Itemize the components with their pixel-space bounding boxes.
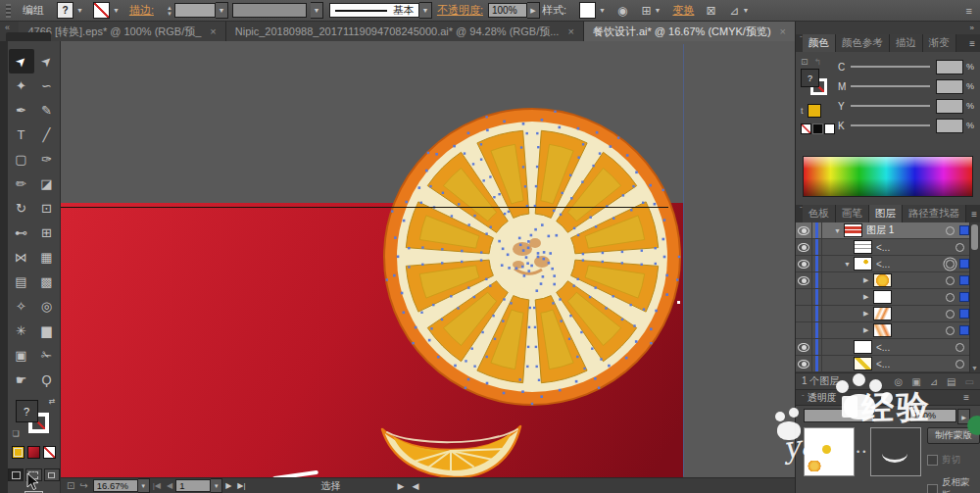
visibility-cell[interactable]: [796, 272, 812, 288]
align-icon[interactable]: ⊞▼: [641, 4, 661, 18]
transparency-menu-icon[interactable]: ≡: [958, 392, 974, 403]
rotate-tool[interactable]: ↻: [9, 196, 34, 221]
channel-slider[interactable]: [851, 66, 930, 68]
expander-icon[interactable]: ▼: [834, 227, 844, 234]
delete-layer-icon[interactable]: ▭: [965, 376, 974, 387]
layer-row-1[interactable]: ▼图层 1: [796, 222, 980, 239]
layer-row-5[interactable]: ▶: [796, 289, 980, 306]
last-artboard-icon[interactable]: ▶|: [237, 481, 245, 490]
stroke-color-control[interactable]: ▼: [93, 2, 120, 19]
layer-thumbnail[interactable]: [873, 323, 892, 337]
transparency-opacity-field[interactable]: 100%: [909, 409, 956, 422]
layers-scrollbar[interactable]: ▼: [969, 222, 980, 372]
layer-label[interactable]: 图层 1: [866, 223, 946, 237]
target-icon[interactable]: [956, 360, 964, 369]
style-control[interactable]: ▼: [579, 2, 606, 19]
fill-indicator[interactable]: ?: [16, 400, 38, 422]
zoom-tool[interactable]: Ϙ: [34, 368, 60, 392]
object-thumbnail[interactable]: [804, 427, 855, 476]
layer-thumbnail[interactable]: [873, 290, 892, 304]
prev-artboard-icon[interactable]: ◀: [167, 481, 172, 490]
visibility-cell[interactable]: [796, 306, 812, 321]
direct-selection-tool[interactable]: ➤: [34, 49, 60, 74]
panel-fill-unknown[interactable]: ?: [801, 69, 819, 87]
layer-thumbnail[interactable]: [844, 223, 862, 237]
black-swatch[interactable]: [812, 123, 823, 134]
close-icon[interactable]: ×: [780, 25, 786, 37]
locate-object-icon[interactable]: ◎: [895, 376, 904, 387]
recolor-artwork-icon[interactable]: ◉: [617, 4, 627, 18]
next-artboard-icon[interactable]: ▶: [225, 481, 231, 490]
layer-row-6[interactable]: ▶: [796, 306, 980, 322]
panel-collapse-icon[interactable]: ˇ: [802, 393, 805, 402]
perspective-grid-tool[interactable]: ⊞: [34, 221, 60, 245]
collapse-to-icons-icon[interactable]: »: [970, 24, 974, 32]
transform-link[interactable]: 变换: [672, 3, 694, 18]
panel-menu-icon[interactable]: ≡: [966, 205, 980, 222]
perspective-selection-tool[interactable]: ▦: [34, 245, 60, 270]
tab-渐变[interactable]: 渐变: [923, 34, 956, 52]
close-icon[interactable]: ×: [210, 25, 216, 37]
channel-value-field[interactable]: [936, 79, 963, 94]
layer-row-2[interactable]: <...: [796, 239, 980, 256]
stroke-width-dropdown[interactable]: ▼: [216, 2, 228, 19]
layer-label[interactable]: <...: [876, 359, 956, 370]
free-distort-icon[interactable]: ⊠: [706, 4, 715, 18]
shear-icon[interactable]: ⊿▼: [730, 4, 750, 18]
stroke-link[interactable]: 描边:: [129, 3, 154, 18]
selection-proxy[interactable]: [959, 309, 969, 319]
expander-icon[interactable]: ▶: [863, 293, 873, 301]
channel-value-field[interactable]: [936, 99, 963, 114]
selection-proxy[interactable]: [959, 292, 969, 302]
share-icon[interactable]: ↪: [79, 480, 87, 491]
artboard-number-field[interactable]: 1: [175, 479, 211, 492]
layer-thumbnail[interactable]: [854, 240, 872, 254]
horizontal-path-line[interactable]: [61, 207, 668, 208]
layer-row-3[interactable]: ▼<...: [796, 256, 980, 272]
canvas-area[interactable]: ⊡ ↪ 16.67% ▼ |◀ ◀ 1 ▼ ▶ ▶| 选择 ▶ ◀: [61, 41, 796, 493]
stroke-width-stepper[interactable]: ▲▼: [167, 5, 172, 17]
orange-wedge-artwork[interactable]: [377, 419, 524, 480]
shape-builder-tool[interactable]: ⋈: [9, 245, 34, 270]
blend-tool[interactable]: ◎: [34, 294, 60, 319]
tab-画笔[interactable]: 画笔: [836, 205, 869, 222]
curvature-tool[interactable]: ✎: [34, 98, 60, 123]
tab-图层[interactable]: 图层: [869, 205, 903, 222]
paintbrush-tool[interactable]: ✑: [34, 147, 60, 172]
layer-label[interactable]: <...: [876, 259, 946, 270]
fill-stroke-widget[interactable]: ? ⇄ ❏: [16, 400, 53, 437]
white-swatch[interactable]: [824, 123, 835, 134]
selection-proxy[interactable]: [959, 259, 969, 269]
channel-slider[interactable]: [851, 105, 930, 107]
layer-label[interactable]: <...: [876, 242, 956, 253]
make-mask-button[interactable]: 制作蒙版: [927, 427, 980, 444]
selection-proxy[interactable]: [959, 275, 969, 285]
expander-icon[interactable]: ▶: [863, 310, 873, 318]
symbol-sprayer-tool[interactable]: ✳: [9, 319, 34, 343]
scroll-right-icon[interactable]: ▶: [398, 481, 405, 491]
zoom-dropdown[interactable]: ▼: [138, 478, 150, 493]
document-tab-2[interactable]: Nipic_20180988_20171119094708245000.ai* …: [226, 22, 584, 41]
stroke-width-field[interactable]: [174, 3, 216, 18]
expander-icon[interactable]: ▼: [844, 261, 854, 268]
tab-颜色参考[interactable]: 颜色参考: [836, 34, 890, 52]
expander-icon[interactable]: ▶: [863, 326, 873, 334]
color-button[interactable]: [12, 446, 24, 459]
visibility-cell[interactable]: [796, 222, 812, 238]
tab-颜色[interactable]: 颜色: [803, 34, 836, 52]
panel-menu-icon[interactable]: ≡: [964, 34, 980, 52]
controlbar-menu-icon[interactable]: ≡: [966, 5, 972, 17]
layer-label[interactable]: <...: [876, 342, 956, 353]
close-icon[interactable]: ×: [567, 25, 573, 37]
layer-thumbnail[interactable]: [854, 340, 872, 354]
draw-normal-button[interactable]: [8, 468, 24, 481]
chevron-down-icon[interactable]: ▼: [76, 7, 83, 14]
make-clipping-mask-icon[interactable]: ▣: [911, 376, 920, 387]
rectangle-tool[interactable]: ▢: [9, 147, 34, 172]
style-swatch[interactable]: [579, 2, 596, 19]
mesh-tool[interactable]: ▤: [9, 270, 34, 294]
visibility-cell[interactable]: [796, 356, 812, 371]
tab-描边[interactable]: 描边: [890, 34, 923, 52]
free-transform-tool[interactable]: ⊡: [34, 196, 60, 221]
type-tool[interactable]: T: [9, 123, 34, 147]
